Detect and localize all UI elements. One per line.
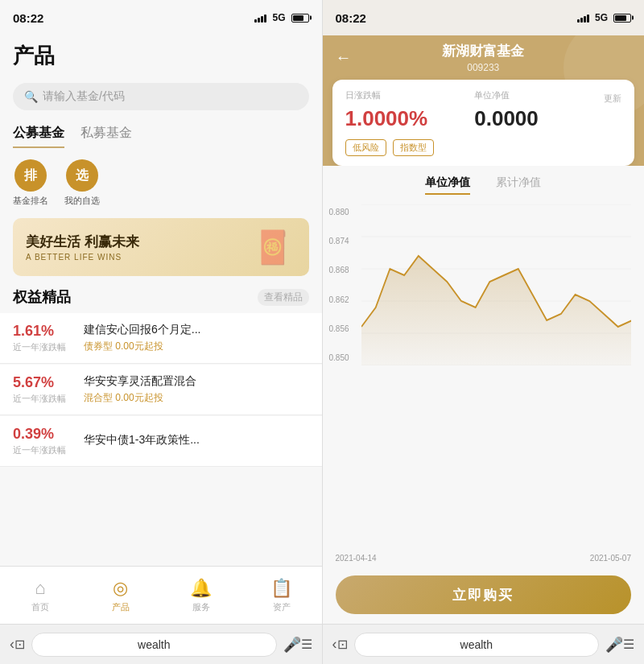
left-page-title-bar: 产品 [0, 35, 322, 76]
left-network-label: 5G [272, 12, 285, 23]
chart-wrapper: 0.880 0.874 0.868 0.862 0.856 0.850 [323, 204, 645, 551]
fund-item-2[interactable]: 0.39% 近一年涨跌幅 华安中债1-3年政策性... [0, 416, 322, 467]
search-placeholder-text: 请输入基金/代码 [43, 89, 125, 104]
left-status-icons: 5G [254, 12, 308, 23]
back-button[interactable]: ← [336, 48, 352, 67]
y-label-5: 0.850 [329, 353, 349, 362]
filter-ranking-circle: 排 [14, 159, 47, 192]
y-label-3: 0.862 [329, 295, 349, 304]
tag-index-type: 指数型 [393, 139, 434, 156]
fund-name-0: 建信安心回报6个月定... [84, 323, 309, 337]
nav-col: 单位净值 0.0000 [474, 89, 604, 131]
left-battery-icon [291, 14, 309, 23]
section-more-button[interactable]: 查看精品 [258, 289, 309, 306]
fund-title-block: 新湖财富基金 009233 [361, 42, 606, 73]
stats-row: 日涨跌幅 1.0000% 单位净值 0.0000 更新 [345, 89, 622, 131]
banner-main-text: 美好生活 利赢未来 [26, 233, 139, 251]
nav-services[interactable]: 🔔 服务 [161, 578, 242, 613]
update-label-col: 更新 [604, 89, 621, 105]
fund-info-0: 建信安心回报6个月定... 债券型 0.00元起投 [77, 323, 309, 353]
filter-ranking[interactable]: 排 基金排名 [13, 159, 48, 207]
chart-y-labels: 0.880 0.874 0.868 0.862 0.856 0.850 [329, 204, 349, 365]
left-status-time: 08:22 [13, 11, 43, 25]
nav-home-label: 首页 [31, 601, 49, 613]
assets-icon: 📋 [270, 578, 292, 599]
filter-favorites-label: 我的自选 [64, 195, 100, 207]
right-battery-icon [613, 14, 631, 23]
right-status-time: 08:22 [336, 11, 366, 25]
chart-tab-unit-nav[interactable]: 单位净值 [425, 175, 470, 195]
chart-section: 单位净值 累计净值 0.880 0.874 0.868 0.862 0.856 … [323, 166, 645, 566]
right-battery-fill [615, 15, 626, 21]
buy-button[interactable]: 立即购买 [336, 575, 632, 614]
fund-rate-val-1: 5.67% [13, 374, 77, 391]
fund-info-1: 华安安享灵活配置混合 混合型 0.00元起投 [77, 374, 309, 405]
fund-info-2: 华安中债1-3年政策性... [77, 433, 309, 450]
fund-rate-label-0: 近一年涨跌幅 [13, 341, 77, 353]
banner-content: 美好生活 利赢未来 A BETTER LIFE WINS [26, 233, 139, 262]
banner-decoration: 🧧 [253, 229, 293, 266]
right-browser-mic-btn[interactable]: 🎤 [605, 636, 623, 654]
browser-mic-btn[interactable]: 🎤 [283, 636, 301, 654]
left-browser-bar: ‹ ⊡ wealth 🎤 ☰ [0, 624, 322, 664]
right-browser-tab-btn[interactable]: ⊡ [337, 637, 348, 652]
update-label: 更新 [604, 93, 621, 105]
right-panel: 08:22 5G ← 新湖财富基金 009233 [323, 0, 645, 664]
left-battery-fill [293, 15, 304, 21]
page-title: 产品 [13, 42, 309, 70]
fund-type-1: 混合型 0.00元起投 [84, 391, 309, 405]
fund-name-1: 华安安享灵活配置混合 [84, 374, 309, 389]
y-label-1: 0.874 [329, 237, 349, 245]
fund-item-0[interactable]: 1.61% 近一年涨跌幅 建信安心回报6个月定... 债券型 0.00元起投 [0, 313, 322, 364]
daily-change-label: 日涨跌幅 [345, 89, 475, 101]
fund-rate-0: 1.61% 近一年涨跌幅 [13, 323, 77, 353]
home-icon: ⌂ [35, 578, 45, 599]
chart-x-labels: 2021-04-14 2021-05-07 [323, 551, 645, 566]
fund-rate-label-2: 近一年涨跌幅 [13, 444, 77, 456]
section-header: 权益精品 查看精品 [0, 276, 322, 313]
right-browser-menu-btn[interactable]: ☰ [623, 637, 634, 652]
left-status-bar: 08:22 5G [0, 0, 322, 35]
left-panel: 08:22 5G 产品 🔍 请输入基金/代码 公募基金 私募基金 [0, 0, 322, 664]
search-bar[interactable]: 🔍 请输入基金/代码 [13, 83, 309, 110]
nav-home[interactable]: ⌂ 首页 [0, 578, 80, 613]
right-status-icons: 5G [577, 12, 631, 23]
fund-name-2: 华安中债1-3年政策性... [84, 433, 309, 447]
fund-type-tabs: 公募基金 私募基金 [0, 117, 322, 148]
right-address-bar[interactable]: wealth [354, 633, 600, 657]
fund-header: ← 新湖财富基金 009233 日涨跌幅 1.0000% 单位净值 0.0000… [323, 35, 645, 166]
fund-rate-1: 5.67% 近一年涨跌幅 [13, 374, 77, 405]
tab-public-fund[interactable]: 公募基金 [13, 125, 64, 148]
fund-rate-val-0: 1.61% [13, 323, 77, 340]
right-browser-bar: ‹ ⊡ wealth 🎤 ☰ [323, 624, 645, 664]
right-signal-bars [577, 13, 589, 23]
fund-stats-card: 日涨跌幅 1.0000% 单位净值 0.0000 更新 低风险 指数型 [332, 80, 635, 166]
fund-item-1[interactable]: 5.67% 近一年涨跌幅 华安安享灵活配置混合 混合型 0.00元起投 [0, 365, 322, 415]
browser-tab-btn[interactable]: ⊡ [14, 637, 25, 652]
promo-banner[interactable]: 美好生活 利赢未来 A BETTER LIFE WINS 🧧 [13, 218, 309, 276]
fund-header-code: 009233 [361, 62, 606, 73]
tab-private-fund[interactable]: 私募基金 [80, 125, 132, 148]
services-icon: 🔔 [190, 578, 212, 599]
nav-assets-label: 资产 [273, 601, 291, 613]
chart-tabs-row: 单位净值 累计净值 [323, 175, 645, 204]
left-address-bar[interactable]: wealth [31, 633, 277, 657]
chart-tab-cumulative-nav[interactable]: 累计净值 [496, 175, 541, 195]
nav-products[interactable]: ◎ 产品 [80, 578, 161, 613]
nav-value: 0.0000 [474, 106, 604, 131]
products-icon: ◎ [113, 578, 128, 599]
search-icon: 🔍 [24, 90, 38, 103]
nav-assets[interactable]: 📋 资产 [242, 578, 322, 613]
fund-header-top-row: ← 新湖财富基金 009233 [323, 35, 645, 80]
fund-header-title: 新湖财富基金 [361, 42, 606, 60]
browser-menu-btn[interactable]: ☰ [301, 637, 312, 652]
fund-rate-val-2: 0.39% [13, 426, 77, 443]
y-label-2: 0.868 [329, 266, 349, 274]
fund-list: 1.61% 近一年涨跌幅 建信安心回报6个月定... 债券型 0.00元起投 5… [0, 313, 322, 566]
x-label-end: 2021-05-07 [590, 554, 631, 563]
section-title: 权益精品 [13, 287, 71, 307]
left-signal-bars [254, 13, 266, 23]
filter-favorites[interactable]: 选 我的自选 [64, 159, 100, 207]
nav-label: 单位净值 [474, 89, 604, 101]
banner-sub-text: A BETTER LIFE WINS [26, 253, 139, 262]
